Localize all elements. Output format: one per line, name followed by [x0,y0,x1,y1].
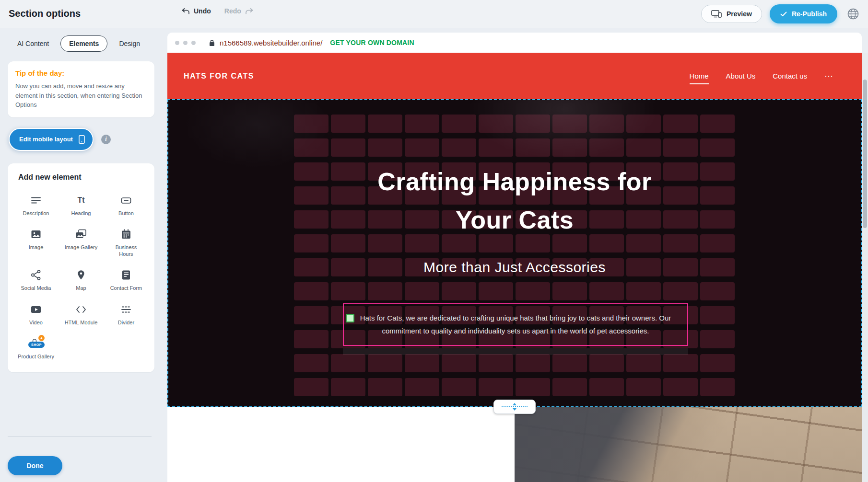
hero-subheading[interactable]: More than Just Accessories [168,259,861,275]
hero-tile [405,138,439,157]
hero-tile [479,354,513,372]
nav-about-us[interactable]: About Us [726,72,756,80]
hero-tile [294,210,328,229]
image-gallery-icon [75,228,87,241]
element-contact-form[interactable]: Contact Form [104,263,149,297]
tab-elements[interactable]: Elements [60,35,107,52]
hero-tile [479,378,513,396]
hero-tile [589,115,624,133]
hero-tile [700,210,735,229]
sidebar-tabs: AI Content Elements Design [9,35,154,52]
devices-icon [711,10,722,18]
hero-tile [626,138,661,157]
site-preview-frame: n1566589.websitebuilder.online/ GET YOUR… [167,33,862,482]
hero-tile [294,138,328,157]
element-map[interactable]: Map [59,263,104,297]
element-video[interactable]: Video [13,298,59,332]
drag-handle[interactable] [346,314,354,322]
business-hours-icon [120,228,132,241]
republish-button[interactable]: Re-Publish [770,4,837,23]
redo-icon [245,8,254,15]
edit-mobile-layout-button[interactable]: Edit mobile layout [9,128,94,151]
tab-ai-content[interactable]: AI Content [9,35,58,52]
element-button[interactable]: Button [104,188,149,222]
hero-tile [331,210,365,229]
add-element-title: Add new element [18,173,149,182]
hero-tile [442,282,476,300]
divider-icon [120,303,132,316]
hero-tile [516,115,550,133]
element-divider[interactable]: Divider [104,298,149,332]
hero-tile [552,115,587,133]
redo-button[interactable]: Redo [224,7,254,15]
image-icon [30,228,42,241]
shop-badge: SHOP [28,342,45,348]
nav-more-icon[interactable]: ⋯ [824,71,833,81]
nav-home[interactable]: Home [690,72,709,80]
scrollbar-thumb[interactable] [863,80,867,228]
hero-tile [294,306,328,324]
language-globe-button[interactable] [845,6,861,22]
hero-tile [405,282,439,300]
element-heading[interactable]: Tt Heading [59,188,104,222]
site-logo[interactable]: HATS FOR CATS [184,72,254,80]
selected-text-element[interactable]: Hats for Cats, we are dedicated to craft… [343,303,688,346]
hero-tile [331,138,365,157]
hero-tile [331,186,365,205]
hero-tile [405,354,439,372]
hero-tile [663,138,698,157]
hero-tile [589,282,624,300]
element-business-hours[interactable]: Business Hours [104,222,149,264]
hero-section-selected[interactable]: Crafting Happiness for Your Cats More th… [167,99,862,407]
sidebar: AI Content Elements Design Tip of the da… [0,28,162,482]
hero-tile [368,282,402,300]
hero-tile [700,282,735,300]
hero-tile [589,138,624,157]
tab-design[interactable]: Design [110,35,149,52]
video-icon [30,303,42,316]
next-section[interactable] [167,407,862,482]
hero-paragraph[interactable]: Hats for Cats, we are dedicated to craft… [349,312,682,337]
lock-icon [209,39,215,46]
hero-tile [663,210,698,229]
hero-tile [663,354,698,372]
hero-tile [516,378,550,396]
element-html-module[interactable]: HTML Module [59,298,104,332]
element-grid: Description Tt Heading Button Image [13,188,149,366]
info-icon[interactable]: i [101,135,111,144]
element-social-media[interactable]: Social Media [13,263,59,297]
add-element-panel: Add new element Description Tt Heading B… [8,163,154,373]
redo-label: Redo [224,7,241,15]
element-product-gallery[interactable]: SHOP ▲ Product Gallery [13,332,59,366]
tip-card: Tip of the day: Now you can add, move an… [8,61,154,117]
tip-body: Now you can add, move and resize any ele… [15,81,147,110]
window-dot [183,41,188,45]
site-url[interactable]: n1566589.websitebuilder.online/ [220,39,322,47]
hero-tile [516,354,550,372]
site-header[interactable]: HATS FOR CATS Home About Us Contact us ⋯ [167,53,862,99]
button-icon [120,194,132,207]
hero-tile [516,138,550,157]
get-domain-link[interactable]: GET YOUR OWN DOMAIN [330,39,414,46]
hero-tile [663,378,698,396]
hero-tile [552,378,587,396]
element-description[interactable]: Description [13,188,59,222]
vertical-scrollbar[interactable] [862,53,868,482]
hero-heading[interactable]: Crafting Happiness for Your Cats [366,162,663,239]
sidebar-divider [8,436,152,437]
nav-contact-us[interactable]: Contact us [773,72,807,80]
undo-button[interactable]: Undo [181,7,211,15]
hero-tile [442,115,476,133]
section-resize-handle[interactable] [493,400,536,414]
hero-tile [663,186,698,205]
hero-tile [368,378,402,396]
done-button[interactable]: Done [8,456,62,475]
undo-redo-group: Undo Redo [181,7,254,15]
element-image[interactable]: Image [13,222,59,264]
preview-button[interactable]: Preview [701,5,762,23]
hero-tile [331,354,365,372]
hero-tile [700,378,735,396]
hero-tile [294,378,328,396]
description-icon [30,194,42,207]
element-image-gallery[interactable]: Image Gallery [59,222,104,264]
